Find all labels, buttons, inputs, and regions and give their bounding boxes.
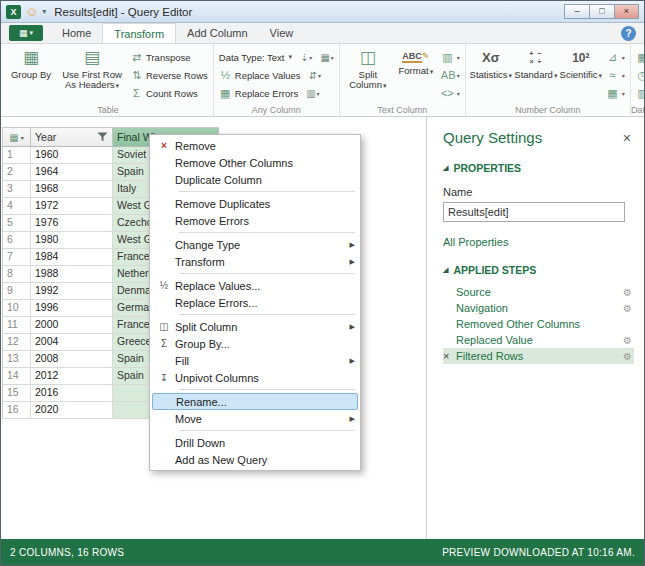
maximize-button[interactable]: □: [589, 4, 614, 19]
year-cell[interactable]: 2012: [31, 368, 113, 385]
tab-home[interactable]: Home: [51, 23, 102, 43]
year-cell[interactable]: 1988: [31, 266, 113, 283]
year-cell[interactable]: 1960: [31, 147, 113, 164]
close-button[interactable]: ×: [614, 4, 639, 19]
menu-item-replace-errors[interactable]: Replace Errors...: [152, 294, 358, 311]
year-cell[interactable]: 1968: [31, 181, 113, 198]
menu-item-unpivot-columns[interactable]: ↧Unpivot Columns: [152, 369, 358, 386]
menu-item-remove[interactable]: ×Remove: [152, 137, 358, 154]
menu-item-remove-other-columns[interactable]: Remove Other Columns: [152, 154, 358, 171]
time-button[interactable]: ◷▾: [636, 67, 644, 83]
year-cell[interactable]: 2000: [31, 317, 113, 334]
filter-icon[interactable]: [97, 132, 108, 142]
applied-steps-section-header[interactable]: ◢ APPLIED STEPS: [443, 264, 634, 276]
properties-section-header[interactable]: ◢ PROPERTIES: [443, 162, 634, 174]
quick-access-caret-icon[interactable]: ▾: [42, 7, 46, 16]
split-column-button[interactable]: ◫ Split Column▾: [345, 47, 391, 91]
menu-item-transform[interactable]: Transform▶: [152, 253, 358, 270]
minimize-button[interactable]: –: [564, 4, 589, 19]
menu-item-drill-down[interactable]: Drill Down: [152, 434, 358, 451]
merge-columns-button[interactable]: ▥▾: [441, 49, 460, 65]
date-button[interactable]: ▦▾: [636, 49, 644, 65]
all-properties-link[interactable]: All Properties: [443, 236, 634, 248]
gear-icon[interactable]: ⚙: [623, 351, 632, 362]
menu-item-move[interactable]: Move▶: [152, 410, 358, 427]
replace-errors-button[interactable]: ▦ Replace Errors ▥▾: [219, 85, 334, 101]
row-number-cell[interactable]: 11: [3, 317, 31, 334]
standard-button[interactable]: + −× ÷ Standard▾: [516, 47, 556, 81]
year-cell[interactable]: 1980: [31, 232, 113, 249]
format-button[interactable]: ABC✎ Format▾: [396, 47, 436, 77]
group-by-button[interactable]: ▦ Group By: [8, 47, 54, 80]
count-rows-button[interactable]: Σ Count Rows: [130, 85, 208, 101]
query-name-input[interactable]: [443, 202, 625, 222]
year-cell[interactable]: 1976: [31, 215, 113, 232]
close-panel-icon[interactable]: ×: [620, 131, 634, 145]
row-number-cell[interactable]: 13: [3, 351, 31, 368]
row-number-cell[interactable]: 8: [3, 266, 31, 283]
tab-add-column[interactable]: Add Column: [176, 23, 259, 43]
year-cell[interactable]: 1972: [31, 198, 113, 215]
replace-values-button[interactable]: ½ Replace Values ⇵▾: [219, 67, 334, 83]
year-cell[interactable]: 1996: [31, 300, 113, 317]
help-button[interactable]: ?: [621, 26, 636, 41]
smiley-icon[interactable]: ☺: [25, 5, 38, 18]
gear-icon[interactable]: ⚙: [623, 335, 632, 346]
year-cell[interactable]: 2008: [31, 351, 113, 368]
unpivot-columns-button[interactable]: ▥▾: [306, 88, 319, 99]
tab-transform[interactable]: Transform: [102, 23, 176, 43]
year-cell[interactable]: 2020: [31, 402, 113, 419]
parse-button[interactable]: <>▾: [441, 85, 460, 101]
row-number-cell[interactable]: 5: [3, 215, 31, 232]
rounding-button[interactable]: ≈▾: [606, 67, 625, 83]
menu-item-remove-duplicates[interactable]: Remove Duplicates: [152, 195, 358, 212]
duration-button[interactable]: ▥▾: [636, 85, 644, 101]
menu-item-change-type[interactable]: Change Type▶: [152, 236, 358, 253]
row-number-cell[interactable]: 15: [3, 385, 31, 402]
pivot-column-button[interactable]: ▦▾: [320, 52, 333, 63]
row-number-cell[interactable]: 1: [3, 147, 31, 164]
year-cell[interactable]: 1964: [31, 164, 113, 181]
row-number-cell[interactable]: 6: [3, 232, 31, 249]
statistics-button[interactable]: Χσ Statistics▾: [471, 47, 511, 81]
row-number-cell[interactable]: 9: [3, 283, 31, 300]
menu-item-rename[interactable]: Rename...: [152, 393, 358, 410]
row-number-cell[interactable]: 16: [3, 402, 31, 419]
row-number-cell[interactable]: 7: [3, 249, 31, 266]
row-number-cell[interactable]: 14: [3, 368, 31, 385]
row-number-cell[interactable]: 2: [3, 164, 31, 181]
menu-item-duplicate-column[interactable]: Duplicate Column: [152, 171, 358, 188]
gear-icon[interactable]: ⚙: [623, 287, 632, 298]
menu-item-split-column[interactable]: ◫Split Column▶: [152, 318, 358, 335]
row-number-cell[interactable]: 3: [3, 181, 31, 198]
table-menu-button[interactable]: ▦ ▾: [3, 128, 31, 147]
column-header-year[interactable]: Year: [31, 128, 113, 147]
menu-item-add-as-new-query[interactable]: Add as New Query: [152, 451, 358, 468]
menu-item-replace-values[interactable]: ½Replace Values...: [152, 277, 358, 294]
trigonometry-button[interactable]: ⊿▾: [606, 49, 625, 65]
year-cell[interactable]: 2004: [31, 334, 113, 351]
menu-item-group-by[interactable]: ΣGroup By...: [152, 335, 358, 352]
year-cell[interactable]: 1992: [31, 283, 113, 300]
row-number-cell[interactable]: 10: [3, 300, 31, 317]
applied-step-replaced-value[interactable]: Replaced Value⚙: [443, 332, 634, 348]
transpose-button[interactable]: ⇄ Transpose: [130, 49, 208, 65]
gear-icon[interactable]: ⚙: [623, 303, 632, 314]
applied-step-removed-other-columns[interactable]: Removed Other Columns: [443, 316, 634, 332]
menu-item-fill[interactable]: Fill▶: [152, 352, 358, 369]
applied-step-navigation[interactable]: Navigation⚙: [443, 300, 634, 316]
fill-button[interactable]: ⇣▾: [300, 52, 312, 63]
data-type-button[interactable]: Data Type: Text ▾ ⇣▾ ▦▾: [219, 49, 334, 65]
extract-button[interactable]: AB▾: [441, 67, 460, 83]
tab-view[interactable]: View: [259, 23, 305, 43]
year-cell[interactable]: 2016: [31, 385, 113, 402]
reverse-rows-button[interactable]: ⇅ Reverse Rows: [130, 67, 208, 83]
scientific-button[interactable]: 10² Scientific▾: [561, 47, 601, 81]
applied-step-source[interactable]: Source⚙: [443, 284, 634, 300]
file-menu-button[interactable]: ▦ ▾: [9, 25, 43, 41]
row-number-cell[interactable]: 12: [3, 334, 31, 351]
year-cell[interactable]: 1984: [31, 249, 113, 266]
delete-step-icon[interactable]: ×: [443, 351, 456, 362]
menu-item-remove-errors[interactable]: Remove Errors: [152, 212, 358, 229]
applied-step-filtered-rows[interactable]: ×Filtered Rows⚙: [443, 348, 634, 364]
